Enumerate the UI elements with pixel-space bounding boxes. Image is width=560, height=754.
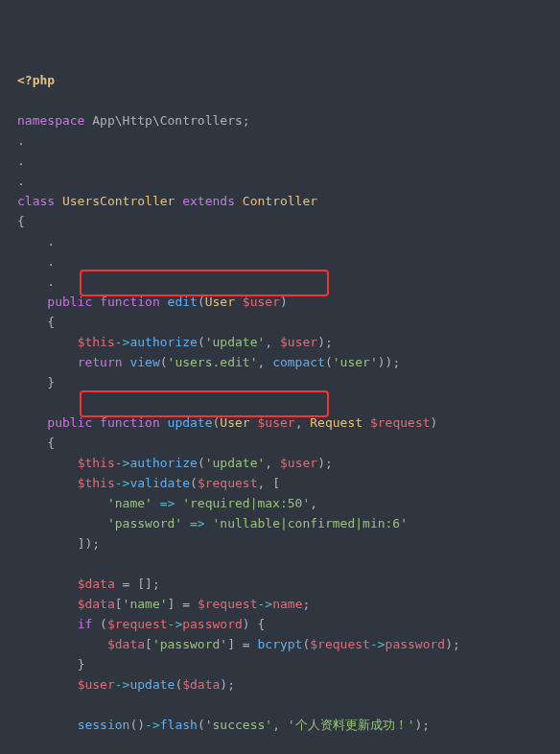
request-var: $request: [198, 476, 258, 490]
str-name-rule: 'required|max:50': [182, 496, 310, 510]
arrow-op: ->: [115, 335, 130, 349]
fat-arrow: =>: [160, 496, 175, 510]
this-var: $this: [78, 335, 115, 349]
user-var: $user: [78, 677, 115, 692]
str-password: 'password': [152, 637, 227, 651]
compact-fn: compact: [272, 355, 325, 369]
str-pw-rule: 'nullable|confirmed|min:6': [213, 516, 408, 530]
str-update: 'update': [205, 335, 266, 349]
user-var: $user: [280, 456, 317, 470]
authorize-fn: authorize: [129, 335, 197, 349]
arrow-op: ->: [258, 597, 273, 611]
user-type: User: [205, 295, 235, 309]
str-name: 'name': [107, 496, 152, 510]
data-var: $data: [78, 597, 115, 611]
php-open-tag: <?php: [17, 73, 55, 87]
flash-fn: flash: [160, 718, 198, 732]
update-fn: update: [168, 415, 213, 430]
pw-prop: password: [385, 637, 446, 651]
arrow-op: ->: [370, 637, 385, 651]
arrow-op: ->: [168, 617, 183, 631]
ellipsis-dot: .: [17, 153, 25, 168]
ellipsis-dot: .: [17, 174, 25, 188]
view-fn: view: [129, 355, 159, 369]
fat-arrow: =>: [190, 516, 205, 530]
highlight-box-1: [80, 270, 329, 296]
authorize-fn: authorize: [129, 456, 197, 470]
arrow-op: ->: [145, 718, 160, 732]
update-method: update: [129, 677, 175, 692]
edit-fn: edit: [168, 295, 198, 309]
namespace-val: App\Http\Controllers: [92, 113, 243, 128]
str-users-edit: 'users.edit': [168, 355, 258, 369]
request-var: $request: [198, 597, 258, 611]
data-var: $data: [182, 677, 220, 692]
str-password: 'password': [107, 516, 182, 530]
parent-class: Controller: [243, 194, 317, 208]
request-type: Request: [310, 415, 362, 430]
pw-prop: password: [182, 617, 243, 631]
request-var: $request: [310, 637, 370, 651]
user-type: User: [220, 415, 249, 430]
this-var: $this: [78, 456, 115, 470]
str-success: 'success': [205, 718, 272, 732]
arrow-op: ->: [115, 476, 130, 490]
namespace-kw: namespace: [17, 113, 84, 128]
ellipsis-dot: .: [47, 234, 55, 248]
session-fn: session: [78, 718, 130, 732]
ellipsis-dot: .: [47, 274, 55, 289]
user-var: $user: [243, 295, 280, 309]
public-kw: public: [47, 415, 92, 430]
str-name: 'name': [123, 597, 168, 611]
user-var: $user: [258, 415, 295, 430]
data-var: $data: [78, 577, 115, 591]
return-kw: return: [78, 355, 123, 369]
bcrypt-fn: bcrypt: [257, 637, 302, 651]
arrow-op: ->: [115, 456, 130, 470]
class-kw: class: [17, 194, 55, 208]
public-kw: public: [47, 295, 92, 309]
str-user: 'user': [333, 355, 378, 369]
ellipsis-dot: .: [17, 133, 25, 148]
request-var: $request: [370, 415, 431, 430]
str-update: 'update': [205, 456, 266, 470]
arrow-op: ->: [115, 677, 130, 692]
empty-arr: []: [137, 577, 152, 591]
highlight-box-2: [80, 390, 329, 417]
name-prop: name: [272, 597, 302, 611]
request-var: $request: [107, 617, 168, 631]
user-var: $user: [280, 335, 317, 349]
function-kw: function: [100, 295, 160, 309]
function-kw: function: [100, 415, 160, 430]
code-block: <?php namespace App\Http\Controllers; . …: [17, 10, 543, 754]
data-var: $data: [107, 637, 145, 651]
if-kw: if: [78, 617, 93, 631]
extends-kw: extends: [182, 194, 235, 208]
str-success-msg: '个人资料更新成功！': [288, 718, 415, 732]
ellipsis-dot: .: [47, 254, 55, 269]
this-var: $this: [78, 476, 115, 490]
class-name: UsersController: [62, 194, 175, 208]
validate-fn: validate: [129, 476, 190, 490]
